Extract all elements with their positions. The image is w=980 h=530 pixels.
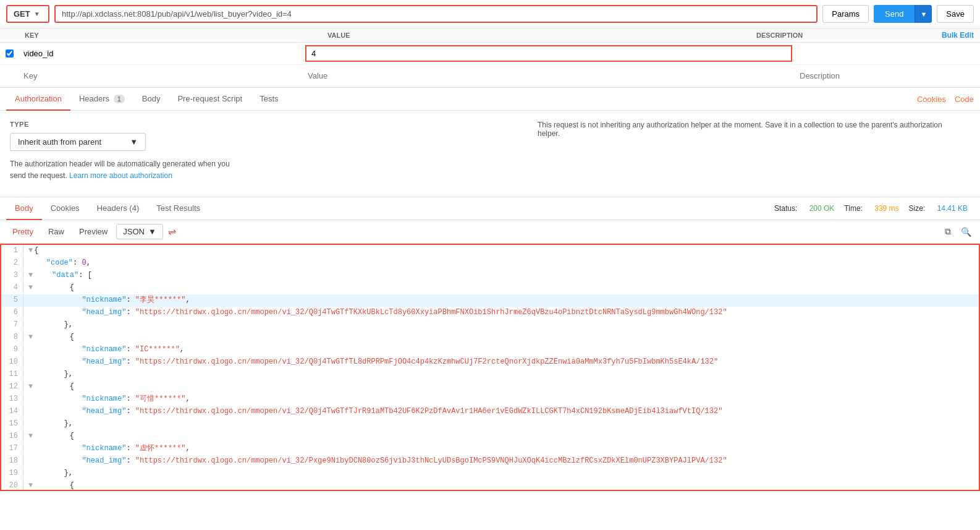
auth-type-dropdown[interactable]: Inherit auth from parent ▼ — [10, 133, 146, 151]
tab-pre-request[interactable]: Pre-request Script — [169, 88, 251, 111]
json-line-1: 1▼{ — [1, 245, 979, 257]
fold-icon[interactable]: ▼ — [28, 481, 33, 490]
param-value-input-1[interactable] — [311, 49, 786, 58]
params-table: KEY VALUE DESCRIPTION Bulk Edit — [0, 28, 980, 88]
fold-icon[interactable]: ▼ — [28, 333, 33, 341]
send-arrow-button[interactable]: ▼ — [915, 5, 932, 23]
param-checkbox-1[interactable] — [0, 49, 19, 58]
request-bar: GET ▼ Params Send ▼ Save — [0, 0, 980, 28]
save-button[interactable]: Save — [937, 5, 974, 23]
cookies-link[interactable]: Cookies — [917, 95, 946, 104]
col-key-header: KEY — [25, 32, 327, 39]
line-number: 4 — [1, 282, 23, 294]
line-content: }, — [28, 319, 73, 331]
line-content: ▼ { — [28, 480, 74, 491]
learn-more-link[interactable]: Learn more about authorization — [69, 171, 172, 180]
method-chevron-icon: ▼ — [34, 11, 40, 17]
pretty-button[interactable]: Pretty — [6, 224, 40, 239]
fold-icon[interactable]: ▼ — [28, 382, 33, 391]
fold-icon[interactable]: ▼ — [28, 271, 33, 280]
line-number: 5 — [1, 294, 23, 306]
line-content: ▼ { — [28, 430, 74, 442]
param-desc-input-2[interactable] — [800, 71, 975, 80]
line-content: ▼ { — [28, 282, 74, 294]
line-content: ▼ { — [28, 331, 74, 343]
json-line-6: 6 "head_img": "https://thirdwx.qlogo.cn/… — [1, 307, 979, 319]
json-line-12: 12▼ { — [1, 381, 979, 393]
response-tab-test-results[interactable]: Test Results — [148, 197, 209, 220]
param-key-input-1[interactable] — [23, 49, 298, 58]
status-code: 200 OK — [809, 204, 835, 213]
send-group: Send ▼ — [874, 5, 932, 23]
top-right-actions: Params Send ▼ Save — [822, 5, 974, 23]
json-line-17: 17 "nickname": "虚怀******", — [1, 443, 979, 455]
json-line-15: 15 }, — [1, 418, 979, 430]
json-line-16: 16▼ { — [1, 430, 979, 443]
line-number: 20 — [1, 480, 23, 491]
code-link[interactable]: Code — [955, 95, 974, 104]
json-line-8: 8▼ { — [1, 331, 979, 344]
fold-icon[interactable]: ▼ — [28, 283, 33, 292]
auth-dropdown-value: Inherit auth from parent — [18, 137, 101, 147]
format-bar: Pretty Raw Preview JSON ▼ ⇌ ⧉ 🔍 — [0, 220, 980, 244]
param-key-input-2[interactable] — [23, 71, 298, 80]
tab-authorization[interactable]: Authorization — [6, 88, 70, 111]
line-number: 8 — [1, 331, 23, 343]
copy-icon[interactable]: ⧉ — [942, 225, 953, 238]
format-dropdown[interactable]: JSON ▼ — [116, 224, 163, 239]
response-tab-cookies[interactable]: Cookies — [42, 197, 88, 220]
param-row-2 — [0, 65, 980, 87]
json-line-10: 10 "head_img": "https://thirdwx.qlogo.cn… — [1, 356, 979, 369]
line-number: 12 — [1, 381, 23, 393]
line-content: "nickname": "可惜******", — [28, 393, 190, 405]
json-line-14: 14 "head_img": "https://thirdwx.qlogo.cn… — [1, 406, 979, 418]
fold-icon[interactable]: ▼ — [28, 246, 33, 255]
send-button[interactable]: Send — [874, 5, 915, 23]
line-number: 17 — [1, 443, 23, 455]
search-icon[interactable]: 🔍 — [958, 226, 974, 238]
line-content: }, — [28, 369, 73, 380]
json-line-20: 20▼ { — [1, 480, 979, 491]
auth-note: The authorization header will be automat… — [10, 158, 269, 182]
json-line-5: 5 "nickname": "李昊******", — [1, 294, 979, 307]
response-tab-headers[interactable]: Headers (4) — [88, 197, 148, 220]
line-content: }, — [28, 418, 73, 430]
response-tabs-row: Body Cookies Headers (4) Test Results St… — [0, 197, 980, 220]
json-line-2: 2 "code": 0, — [1, 257, 979, 270]
line-number: 16 — [1, 430, 23, 442]
preview-button[interactable]: Preview — [73, 224, 114, 239]
bulk-edit-link[interactable]: Bulk Edit — [942, 31, 974, 40]
line-number: 9 — [1, 344, 23, 356]
url-input[interactable] — [62, 9, 810, 19]
format-right-actions: ⧉ 🔍 — [942, 225, 974, 238]
fold-icon[interactable]: ▼ — [28, 432, 33, 440]
line-number: 15 — [1, 418, 23, 430]
param-desc-cell-1 — [795, 46, 980, 61]
json-line-9: 9 "nickname": "IC******", — [1, 344, 979, 356]
request-tabs-right: Cookies Code — [917, 95, 974, 104]
line-number: 2 — [1, 257, 23, 269]
line-content: "code": 0, — [28, 257, 91, 269]
param-value-input-2[interactable] — [308, 71, 790, 80]
col-value-header: VALUE — [327, 32, 756, 39]
line-content: ▼ { — [28, 381, 74, 393]
tab-headers[interactable]: Headers 1 — [70, 88, 133, 111]
json-line-4: 4▼ { — [1, 282, 979, 294]
json-body: 1▼{2 "code": 0,3▼ "data": [4▼ {5 "nickna… — [0, 244, 980, 491]
param-check-input-1[interactable] — [6, 49, 14, 58]
wrap-icon[interactable]: ⇌ — [168, 226, 176, 237]
tab-tests[interactable]: Tests — [251, 88, 287, 111]
param-desc-cell-2 — [795, 69, 980, 83]
response-status: Status: 200 OK Time: 339 ms Size: 14.41 … — [774, 204, 974, 213]
tab-body[interactable]: Body — [133, 88, 169, 111]
size-label: Size: — [909, 204, 927, 213]
raw-button[interactable]: Raw — [42, 224, 70, 239]
response-tab-body[interactable]: Body — [6, 197, 42, 220]
line-content: "nickname": "虚怀******", — [28, 443, 190, 455]
headers-badge: 1 — [114, 95, 125, 103]
param-desc-input-1[interactable] — [800, 49, 975, 58]
params-button[interactable]: Params — [822, 5, 869, 23]
method-dropdown[interactable]: GET ▼ — [6, 5, 49, 23]
line-content: "head_img": "https://thirdwx.qlogo.cn/mm… — [28, 455, 727, 467]
format-chevron-icon: ▼ — [148, 227, 156, 236]
